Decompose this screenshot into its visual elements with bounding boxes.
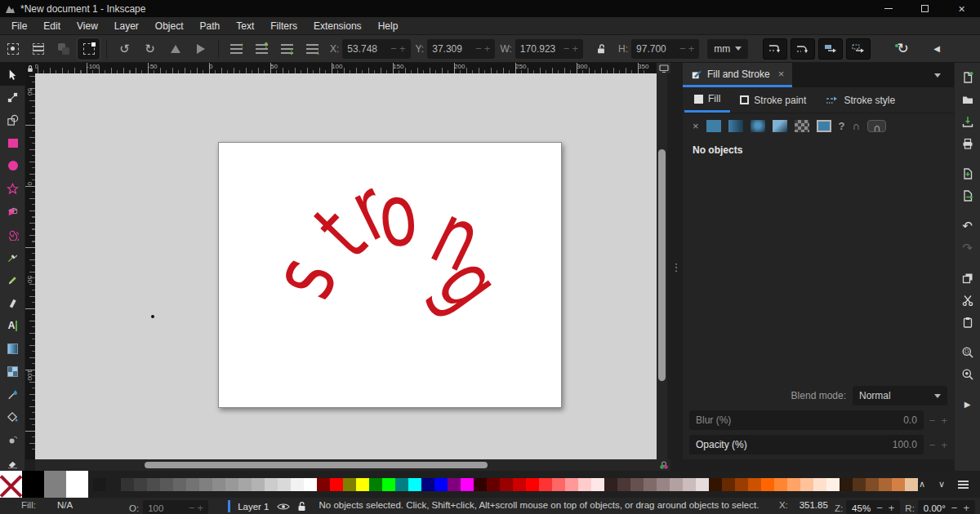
palette-swatch[interactable] <box>748 478 761 491</box>
unknown-paint-button[interactable]: ? <box>839 120 845 132</box>
palette-swatch[interactable] <box>487 478 500 491</box>
tool-3d-box[interactable] <box>0 200 25 223</box>
palette-swatch[interactable] <box>892 478 905 491</box>
menu-item[interactable]: Layer <box>106 19 147 33</box>
move-gradients-toggle[interactable] <box>818 38 843 60</box>
palette-swatch[interactable] <box>735 478 748 491</box>
menu-item[interactable]: Text <box>228 19 262 33</box>
palette-swatch[interactable] <box>696 478 709 491</box>
w-field[interactable]: 170.923 − + <box>515 39 583 59</box>
palette-swatch[interactable] <box>199 478 212 491</box>
palette-swatch[interactable] <box>670 478 683 491</box>
mesh-gradient-button[interactable] <box>773 120 787 132</box>
no-paint-button[interactable]: × <box>693 120 699 132</box>
palette-swatch[interactable] <box>134 478 147 491</box>
plus-stepper[interactable]: + <box>889 502 895 514</box>
zoom-field[interactable]: 45% − + <box>846 500 900 514</box>
palette-scroll-up[interactable]: ∧ <box>919 479 925 490</box>
palette-swatch[interactable] <box>474 478 487 491</box>
palette-swatch[interactable] <box>278 478 291 491</box>
minus-stepper[interactable]: − <box>564 42 570 55</box>
tool-paint-bucket[interactable] <box>0 405 25 428</box>
print-button[interactable] <box>956 132 979 154</box>
opacity-slider[interactable]: Opacity (%) 100.0 <box>689 435 924 454</box>
menu-item[interactable]: Path <box>192 19 229 33</box>
vertical-scrollbar-thumb[interactable] <box>658 149 666 381</box>
tool-selector[interactable] <box>0 63 25 86</box>
palette-swatch[interactable] <box>212 478 225 491</box>
palette-swatch[interactable] <box>44 471 66 498</box>
move-when-scaling-toggle[interactable] <box>763 38 787 60</box>
linear-gradient-button[interactable] <box>728 120 743 132</box>
lower-button[interactable]: ⇣ <box>276 38 298 60</box>
plus-stepper[interactable]: + <box>688 42 695 55</box>
scale-rounded-corners-toggle[interactable] <box>791 38 815 60</box>
palette-swatch[interactable] <box>787 478 800 491</box>
palette-swatch[interactable] <box>722 478 735 491</box>
tool-spiral[interactable] <box>0 223 25 246</box>
palette-swatch[interactable] <box>382 478 395 491</box>
palette-swatch[interactable] <box>591 478 604 491</box>
flat-color-button[interactable] <box>706 120 721 132</box>
unset-paint-button[interactable]: ∩ <box>853 120 860 132</box>
palette-swatch[interactable] <box>343 478 356 491</box>
raise-button[interactable]: ⇡ <box>251 38 273 60</box>
tab-fill-and-stroke[interactable]: Fill and Stroke × <box>683 63 792 87</box>
palette-swatch[interactable] <box>500 478 513 491</box>
zoom-drawing-button[interactable] <box>956 363 979 385</box>
radial-gradient-button[interactable] <box>751 120 765 132</box>
palette-swatch[interactable] <box>709 478 722 491</box>
palette-swatch[interactable] <box>0 471 22 498</box>
palette-swatch[interactable] <box>225 478 238 491</box>
palette-swatch[interactable] <box>265 478 278 491</box>
menu-item[interactable]: View <box>69 19 106 33</box>
close-button[interactable]: × <box>943 0 980 17</box>
h-field[interactable]: 97.700 − + <box>631 39 699 59</box>
panel-resize-grip[interactable]: ⋮ <box>671 255 681 279</box>
palette-swatch[interactable] <box>408 478 421 491</box>
horizontal-scrollbar-thumb[interactable] <box>145 462 488 468</box>
palette-swatch[interactable] <box>826 478 840 491</box>
palette-swatch[interactable] <box>657 478 670 491</box>
expand-commands-arrow[interactable]: ▶ <box>956 393 979 415</box>
export-button[interactable] <box>956 184 979 206</box>
palette-swatch[interactable] <box>448 478 461 491</box>
palette-swatch[interactable] <box>252 478 265 491</box>
palette-swatch[interactable] <box>644 478 657 491</box>
flip-horizontal-button[interactable] <box>164 38 186 60</box>
display-mode-icon[interactable] <box>657 63 670 73</box>
palette-swatch[interactable] <box>800 478 813 491</box>
subtab-fill[interactable]: Fill <box>684 87 730 113</box>
rotate-cw-button[interactable]: ↻ <box>139 38 161 60</box>
palette-swatch[interactable] <box>160 478 173 491</box>
layer-visibility-eye-icon[interactable] <box>277 503 290 511</box>
opacity-field[interactable]: 100 − + <box>143 500 208 514</box>
palette-swatch[interactable] <box>66 471 88 498</box>
palette-swatch[interactable] <box>434 478 448 491</box>
horizontal-scrollbar[interactable] <box>35 459 670 471</box>
select-all-button[interactable] <box>2 38 24 60</box>
palette-swatch[interactable] <box>22 471 44 498</box>
raise-to-top-button[interactable]: ↑ <box>225 38 247 60</box>
palette-swatch[interactable] <box>421 478 434 491</box>
palette-swatch[interactable] <box>304 478 317 491</box>
color-management-toggle[interactable] <box>657 459 670 471</box>
palette-swatch[interactable] <box>526 478 539 491</box>
blur-slider[interactable]: Blur (%) 0.0 <box>689 410 924 430</box>
deselect-button[interactable] <box>52 38 74 60</box>
ruler-lock[interactable] <box>25 63 35 73</box>
palette-swatch[interactable] <box>147 478 160 491</box>
plus-stepper[interactable]: + <box>484 42 491 55</box>
select-all-layers-button[interactable] <box>27 38 49 60</box>
maximize-button[interactable] <box>906 0 943 17</box>
palette-swatch[interactable] <box>539 478 552 491</box>
palette-swatch[interactable] <box>395 478 408 491</box>
minus-stepper[interactable]: − <box>929 439 936 451</box>
units-dropdown[interactable]: mm <box>707 39 748 59</box>
minus-stepper[interactable]: − <box>390 42 397 55</box>
open-document-button[interactable] <box>956 88 979 110</box>
palette-scroll-down[interactable]: ∨ <box>938 479 945 490</box>
duplicate-button[interactable] <box>956 267 979 289</box>
flip-vertical-button[interactable] <box>189 38 212 60</box>
plus-stepper[interactable]: + <box>572 42 578 55</box>
